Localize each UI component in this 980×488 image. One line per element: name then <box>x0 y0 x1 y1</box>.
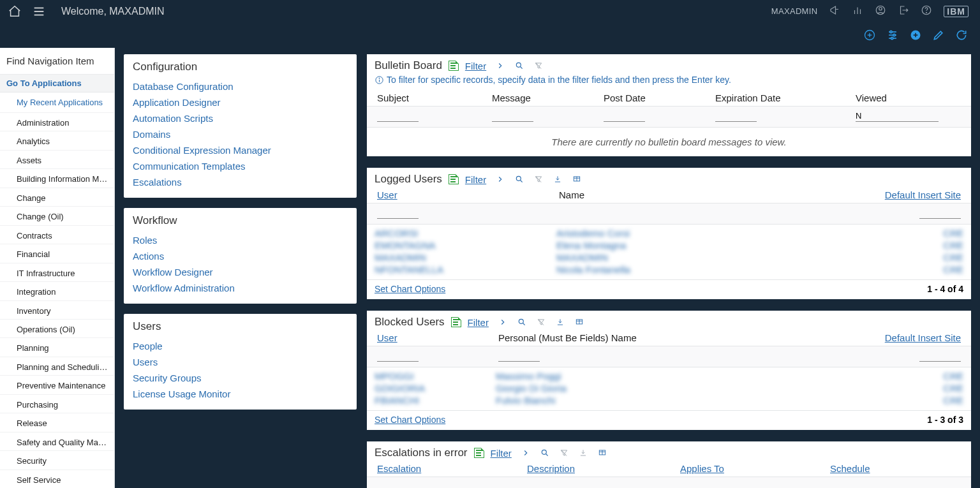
filter-site[interactable] <box>919 207 961 219</box>
filter-link[interactable]: Filter <box>491 448 512 459</box>
nav-it-infra[interactable]: IT Infrastructure <box>0 263 114 281</box>
nav-release[interactable]: Release <box>0 413 114 431</box>
link-app-designer[interactable]: Application Designer <box>133 94 348 110</box>
chevron-right-icon[interactable] <box>495 174 505 184</box>
add-display-icon[interactable] <box>863 28 877 42</box>
home-icon[interactable] <box>8 4 22 18</box>
goto-applications-header[interactable]: Go To Applications <box>0 75 114 92</box>
filter-user[interactable] <box>377 350 419 362</box>
nav-safety-quality[interactable]: Safety and Quality Mana... <box>0 432 114 450</box>
clear-filter-icon[interactable] <box>536 317 546 327</box>
filter-viewed[interactable] <box>856 110 939 122</box>
filter-link[interactable]: Filter <box>465 174 486 185</box>
nav-change[interactable]: Change <box>0 188 114 206</box>
filter-link[interactable]: Filter <box>465 61 486 71</box>
link-users[interactable]: Users <box>133 354 348 370</box>
link-comm-templates[interactable]: Communication Templates <box>133 158 348 174</box>
col-applies[interactable]: Applies To <box>678 461 828 477</box>
filter-description[interactable] <box>527 481 568 488</box>
link-database-config[interactable]: Database Configuration <box>133 78 348 94</box>
nav-planning[interactable]: Planning <box>0 337 114 356</box>
set-chart-options[interactable]: Set Chart Options <box>375 284 445 294</box>
nav-self-service[interactable]: Self Service <box>0 470 114 488</box>
nav-bim[interactable]: Building Information Mo... <box>0 168 114 187</box>
user-link[interactable]: MAXADMIN <box>375 252 426 263</box>
user-link[interactable]: MPOGGI <box>375 371 414 381</box>
nav-inventory[interactable]: Inventory <box>0 300 114 319</box>
table-view-icon[interactable] <box>572 174 582 184</box>
clear-filter-icon[interactable] <box>533 61 544 71</box>
col-site[interactable]: Default Insert Site <box>764 187 963 203</box>
nav-administration[interactable]: Administration <box>0 112 114 131</box>
nav-change-oil[interactable]: Change (Oil) <box>0 206 114 225</box>
col-user[interactable]: User <box>375 187 556 203</box>
link-domains[interactable]: Domains <box>133 126 348 142</box>
link-workflow-designer[interactable]: Workflow Designer <box>133 264 348 280</box>
chevron-right-icon[interactable] <box>495 61 505 71</box>
filter-post[interactable] <box>604 110 645 122</box>
clear-filter-icon[interactable] <box>533 174 544 184</box>
logout-icon[interactable] <box>898 4 909 18</box>
link-automation-scripts[interactable]: Automation Scripts <box>133 110 348 126</box>
link-cond-expr[interactable]: Conditional Expression Manager <box>133 142 348 158</box>
nav-security[interactable]: Security <box>0 450 114 469</box>
user-link[interactable]: NFONTANELLA <box>375 264 443 275</box>
filter-applies[interactable] <box>680 481 722 488</box>
excel-icon[interactable] <box>474 448 484 458</box>
nav-preventive-maint[interactable]: Preventive Maintenance <box>0 375 114 394</box>
filter-site[interactable] <box>919 350 961 362</box>
link-workflow-admin[interactable]: Workflow Administration <box>133 280 348 296</box>
excel-icon[interactable] <box>451 317 461 327</box>
filter-link[interactable]: Filter <box>468 317 489 328</box>
nav-financial[interactable]: Financial <box>0 244 114 262</box>
edit-icon[interactable] <box>932 28 946 42</box>
user-link[interactable]: FBIANCHI <box>375 395 419 406</box>
link-people[interactable]: People <box>133 338 348 354</box>
link-actions[interactable]: Actions <box>133 248 348 264</box>
nav-assets[interactable]: Assets <box>0 150 114 168</box>
download-icon[interactable] <box>553 174 563 184</box>
excel-icon[interactable] <box>449 174 459 184</box>
user-link[interactable]: GDIGIORIA <box>375 383 425 394</box>
search-icon[interactable] <box>514 174 524 184</box>
clear-filter-icon[interactable] <box>559 448 569 458</box>
my-recent-applications[interactable]: My Recent Applications <box>0 92 114 112</box>
find-navigation-input[interactable]: Find Navigation Item <box>0 48 114 75</box>
filter-name[interactable] <box>498 350 540 362</box>
nav-analytics[interactable]: Analytics <box>0 131 114 149</box>
filter-exp[interactable] <box>715 110 757 122</box>
filter-message[interactable] <box>492 110 533 122</box>
search-icon[interactable] <box>514 61 524 71</box>
chevron-right-icon[interactable] <box>498 317 508 327</box>
link-escalations[interactable]: Escalations <box>133 174 348 190</box>
nav-planning-sched[interactable]: Planning and Scheduling <box>0 357 114 375</box>
add-icon[interactable] <box>909 28 923 42</box>
filter-subject[interactable] <box>377 110 419 122</box>
col-schedule[interactable]: Schedule <box>828 461 963 477</box>
filter-schedule[interactable] <box>830 481 872 488</box>
table-view-icon[interactable] <box>597 448 607 458</box>
user-link[interactable]: EMONTAGNA <box>375 240 436 251</box>
table-view-icon[interactable] <box>574 317 584 327</box>
set-chart-options[interactable]: Set Chart Options <box>375 415 445 425</box>
profile-icon[interactable] <box>875 4 886 18</box>
link-roles[interactable]: Roles <box>133 232 348 248</box>
refresh-icon[interactable] <box>954 28 969 42</box>
help-icon[interactable] <box>921 4 932 18</box>
settings-sliders-icon[interactable] <box>886 28 900 42</box>
filter-user[interactable] <box>377 207 419 219</box>
nav-integration[interactable]: Integration <box>0 281 114 300</box>
nav-contracts[interactable]: Contracts <box>0 225 114 244</box>
col-user[interactable]: User <box>375 330 496 346</box>
col-escalation[interactable]: Escalation <box>375 461 524 477</box>
chevron-right-icon[interactable] <box>521 448 531 458</box>
chart-icon[interactable] <box>852 4 863 18</box>
download-icon[interactable] <box>578 448 588 458</box>
search-icon[interactable] <box>517 317 527 327</box>
filter-escalation[interactable] <box>377 481 419 488</box>
link-security-groups[interactable]: Security Groups <box>133 370 348 386</box>
user-link[interactable]: ARCORSI <box>375 228 418 239</box>
link-license-monitor[interactable]: License Usage Monitor <box>133 386 348 402</box>
excel-icon[interactable] <box>449 61 459 71</box>
col-site[interactable]: Default Insert Site <box>799 330 963 346</box>
